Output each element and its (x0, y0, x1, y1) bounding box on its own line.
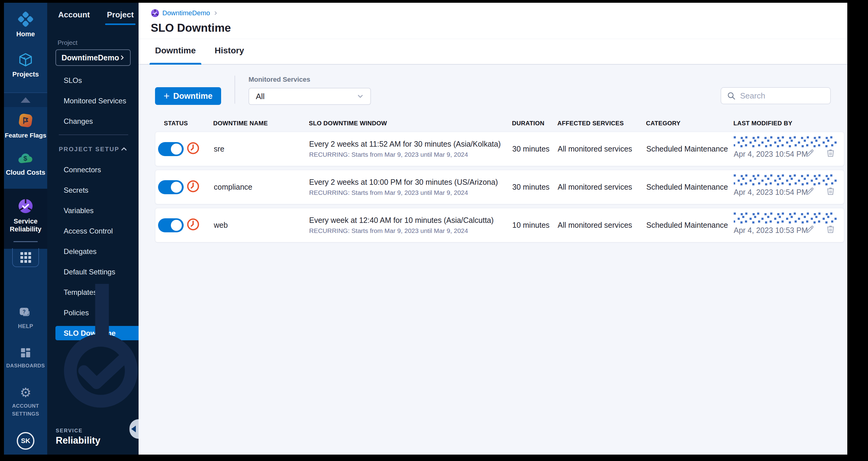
downtime-category: Scheduled Maintenance (646, 221, 734, 230)
rail-item-projects[interactable]: Projects (4, 52, 47, 78)
project-setup-header[interactable]: PROJECT SETUP (47, 143, 138, 155)
downtime-recurrence: RECURRING: Starts from Mar 9, 2023 until… (309, 189, 512, 196)
harness-home-icon (18, 11, 33, 27)
search-icon (727, 91, 736, 100)
downtime-duration: 10 minutes (512, 221, 558, 230)
toggle-knob (171, 144, 182, 154)
sidebar-nav-setup: ConnectorsSecretsVariablesAccess Control… (47, 163, 138, 340)
column-downtime-name: DOWNTIME NAME (213, 120, 309, 127)
edit-icon[interactable] (805, 186, 815, 196)
column-last-modified: LAST MODIFIED BY (733, 120, 844, 127)
tab-downtime[interactable]: Downtime (154, 46, 196, 64)
downtime-recurrence: RECURRING: Starts from Mar 9, 2023 until… (309, 151, 512, 158)
delete-icon[interactable] (826, 224, 835, 234)
affected-services: All monitored services (558, 221, 646, 230)
toolbar: + Downtime Monitored Services All (155, 76, 844, 105)
modules-grid-icon (21, 252, 31, 263)
project-selector[interactable]: DowntimeDemo (56, 49, 131, 66)
app-window: Home Projects Feature Flags $ (4, 3, 847, 455)
tab-project[interactable]: Project (107, 10, 134, 25)
sidebar-item-connectors[interactable]: Connectors (47, 163, 138, 177)
sidebar-item-variables[interactable]: Variables (47, 203, 138, 218)
module-brand: SERVICE Reliability (56, 428, 100, 446)
module-selector-tab[interactable] (12, 248, 39, 267)
edit-icon[interactable] (805, 224, 815, 234)
sidebar-item-delegates[interactable]: Delegates (47, 244, 138, 259)
downtime-window: Every 2 weeks at 10:00 PM for 30 minutes… (309, 178, 512, 186)
select-value: All (256, 92, 356, 101)
sidebar-item-slos[interactable]: SLOs (47, 73, 138, 87)
affected-services: All monitored services (558, 183, 646, 192)
column-window: SLO DOWNTIME WINDOW (309, 120, 512, 127)
rail-divider (13, 241, 38, 242)
chevron-up-icon (120, 145, 128, 153)
brand-reliability-label: Reliability (56, 435, 100, 446)
user-avatar[interactable]: SK (17, 432, 34, 450)
page-title: SLO Downtime (151, 22, 847, 34)
status-toggle[interactable] (158, 142, 184, 156)
sidebar-item-monitored-services[interactable]: Monitored Services (47, 94, 138, 108)
main-content: DowntimeDemo SLO Downtime Downtime Histo… (138, 3, 847, 455)
rail-collapse-strip[interactable] (4, 92, 47, 107)
rail-item-account-settings[interactable]: ⚙ ACCOUNT SETTINGS (4, 386, 47, 418)
brand-service-label: SERVICE (56, 428, 100, 434)
modified-by-scribble (734, 174, 841, 188)
downtime-window: Every week at 12:40 AM for 10 minutes (A… (309, 216, 512, 225)
downtime-category: Scheduled Maintenance (646, 145, 734, 153)
rail-item-feature-flags[interactable]: Feature Flags (4, 113, 47, 139)
sidebar-item-changes[interactable]: Changes (47, 114, 138, 128)
projects-cube-icon (18, 52, 33, 67)
status-toggle[interactable] (158, 180, 184, 194)
breadcrumb-project-link[interactable]: DowntimeDemo (162, 9, 210, 17)
rail-item-help[interactable]: ? HELP (4, 307, 47, 330)
sidebar-item-slo-downtime[interactable]: SLO Downtime (56, 326, 138, 340)
sidebar-item-default-settings[interactable]: Default Settings (47, 265, 138, 279)
downtime-name: compliance (208, 183, 309, 192)
svg-text:$: $ (24, 154, 27, 162)
breadcrumb-chevron-icon (213, 11, 218, 16)
status-toggle[interactable] (158, 218, 184, 232)
toolbar-divider (235, 76, 235, 104)
column-duration: DURATION (512, 120, 557, 127)
sidebar-item-access-control[interactable]: Access Control (47, 224, 138, 238)
rail-label: Home (16, 30, 35, 38)
search-input[interactable] (740, 91, 822, 100)
search-box (721, 87, 831, 104)
modified-date: Apr 4, 2023 10:54 PM (734, 188, 808, 196)
project-selector-label: Project (58, 39, 138, 46)
project-sidebar: Account Project Project DowntimeDemo SLO… (47, 3, 138, 455)
delete-icon[interactable] (826, 148, 835, 157)
affected-services: All monitored services (558, 145, 646, 153)
modified-by-scribble (734, 136, 841, 150)
sidebar-item-templates[interactable]: Templates (47, 285, 138, 299)
tab-history[interactable]: History (214, 46, 245, 64)
chevron-left-icon (131, 426, 136, 432)
new-downtime-button[interactable]: + Downtime (155, 87, 221, 105)
rail-item-cloud-costs[interactable]: $ Cloud Costs (4, 151, 47, 176)
rail-item-home[interactable]: Home (4, 11, 47, 38)
delete-icon[interactable] (826, 186, 835, 196)
rail-item-service-reliability[interactable]: Service Reliability (4, 198, 47, 233)
sidebar-divider (59, 135, 128, 135)
rail-label: Cloud Costs (6, 169, 45, 176)
rail-label: DASHBOARDS (6, 362, 45, 370)
edit-icon[interactable] (805, 148, 815, 157)
sidebar-item-policies[interactable]: Policies (47, 306, 138, 320)
srm-breadcrumb-icon (151, 9, 159, 18)
project-setup-label: PROJECT SETUP (59, 146, 119, 153)
sidebar-item-secrets[interactable]: Secrets (47, 183, 138, 197)
scope-tabs: Account Project (47, 3, 138, 25)
chevron-down-icon (356, 92, 364, 100)
rail-item-dashboards[interactable]: DASHBOARDS (4, 347, 47, 370)
gear-icon: ⚙ (20, 386, 31, 399)
service-reliability-icon (18, 198, 34, 214)
table-header: STATUS DOWNTIME NAME SLO DOWNTIME WINDOW… (155, 115, 844, 132)
plus-icon: + (163, 91, 169, 101)
collapse-up-icon (21, 97, 30, 103)
chevron-right-icon (119, 54, 125, 61)
monitored-services-select[interactable]: All (249, 88, 371, 105)
sidebar-collapse-button[interactable] (129, 419, 138, 439)
table-row: sre Every 2 weeks at 11:52 AM for 30 min… (155, 132, 844, 166)
tab-account[interactable]: Account (58, 10, 90, 25)
page-tabs: Downtime History (138, 39, 847, 65)
